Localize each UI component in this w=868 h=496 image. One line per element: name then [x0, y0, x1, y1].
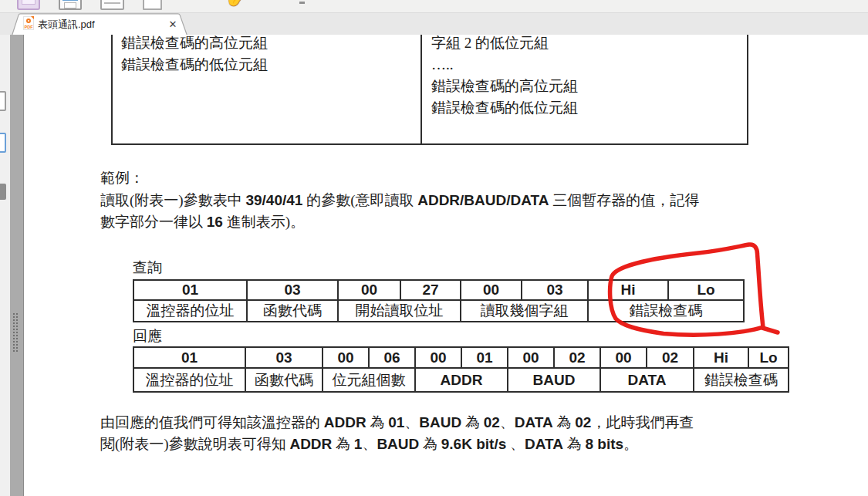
- response-byte: 02: [647, 347, 694, 368]
- query-fields-row: 溫控器的位址 函數代碼 開始讀取位址 讀取幾個字組 錯誤檢查碼: [133, 300, 744, 322]
- query-field: 函數代碼: [247, 300, 338, 322]
- toolbar: ↶ ↷ ✋: [0, 0, 868, 12]
- response-byte: 06: [369, 347, 415, 368]
- query-byte: 01: [133, 280, 247, 300]
- response-byte: 00: [323, 347, 369, 368]
- response-field: ADDR: [415, 368, 508, 392]
- tab-bar: PDF 表頭通訊.pdf ✕: [0, 12, 868, 35]
- tab-close-icon[interactable]: ✕: [164, 13, 181, 35]
- query-label: 查詢: [133, 257, 162, 278]
- panel-splitter[interactable]: [10, 35, 24, 496]
- response-byte: 02: [554, 347, 600, 368]
- byte-format-table: 錯誤檢查碼的高位元組 錯誤檢查碼的低位元組 字組 2 的低位元組 ….. 錯誤檢…: [111, 35, 748, 145]
- response-fields-row: 溫控器的位址 函數代碼 位元組個數 ADDR BAUD DATA 錯誤檢查碼: [133, 368, 789, 392]
- example-paragraph: 讀取(附表一)參數表中 39/40/41 的參數(意即讀取 ADDR/BAUD/…: [100, 190, 699, 233]
- toolbar-partial-item: [299, 2, 305, 4]
- response-field: 溫控器的位址: [133, 368, 245, 392]
- query-byte: Hi: [588, 280, 668, 300]
- query-field: 溫控器的位址: [133, 300, 247, 322]
- table-cell-right: 字組 2 的低位元組 ….. 錯誤檢查碼的高位元組 錯誤檢查碼的低位元組: [431, 35, 578, 119]
- table-cell-left: 錯誤檢查碼的高位元組 錯誤檢查碼的低位元組: [121, 35, 268, 76]
- hand-tool-icon[interactable]: ✋: [222, 0, 247, 7]
- response-field: DATA: [600, 368, 694, 392]
- navigation-panel-strip: [0, 35, 10, 496]
- response-byte: 03: [245, 347, 323, 368]
- query-values-row: 01 03 00 27 00 03 Hi Lo: [133, 280, 744, 300]
- pdf-page: 錯誤檢查碼的高位元組 錯誤檢查碼的低位元組 字組 2 的低位元組 ….. 錯誤檢…: [24, 35, 868, 496]
- print-icon[interactable]: [59, 0, 82, 10]
- redo-icon[interactable]: ↷: [197, 0, 212, 7]
- document-tab[interactable]: PDF 表頭通訊.pdf ✕: [11, 13, 190, 35]
- query-byte: 00: [461, 280, 522, 300]
- tab-title: 表頭通訊.pdf: [38, 13, 95, 35]
- nav-panel-icon-3[interactable]: [0, 184, 6, 200]
- query-frame-table: 01 03 00 27 00 03 Hi Lo 溫控器的位址 函數代碼 開始讀取…: [133, 279, 745, 322]
- query-byte: 03: [247, 280, 338, 300]
- response-byte: 01: [133, 347, 245, 368]
- nav-panel-icon-1[interactable]: [0, 91, 6, 111]
- undo-icon[interactable]: ↶: [170, 0, 185, 7]
- query-field: 讀取幾個字組: [461, 300, 588, 322]
- paragraph-line: 數字部分一律以 16 進制表示)。: [100, 211, 699, 233]
- query-field: 錯誤檢查碼: [588, 300, 744, 322]
- query-byte: 27: [400, 280, 461, 300]
- blank-page-icon[interactable]: [143, 0, 162, 10]
- document-properties-icon[interactable]: [100, 0, 124, 10]
- response-byte: 00: [508, 347, 554, 368]
- splitter-grip-handle[interactable]: [12, 312, 19, 353]
- example-heading: 範例：: [100, 167, 144, 189]
- foxit-pdf-file-icon: PDF: [23, 16, 34, 30]
- response-field: 函數代碼: [245, 368, 323, 392]
- response-label: 回應: [133, 326, 162, 347]
- response-byte: 01: [461, 347, 508, 368]
- paragraph-line: 由回應的值我們可得知該溫控器的 ADDR 為 01、BAUD 為 02、DATA…: [100, 412, 694, 434]
- response-byte: Lo: [748, 347, 789, 368]
- closing-paragraph: 由回應的值我們可得知該溫控器的 ADDR 為 01、BAUD 為 02、DATA…: [100, 412, 694, 455]
- response-byte: 00: [415, 347, 461, 368]
- paragraph-line: 讀取(附表一)參數表中 39/40/41 的參數(意即讀取 ADDR/BAUD/…: [100, 190, 699, 211]
- response-byte: Hi: [694, 347, 748, 368]
- nav-panel-icon-2[interactable]: [0, 133, 6, 153]
- response-field: 位元組個數: [323, 368, 415, 392]
- response-values-row: 01 03 00 06 00 01 00 02 00 02 Hi Lo: [133, 347, 789, 368]
- response-byte: 00: [600, 347, 647, 368]
- paragraph-line: 閱(附表一)參數說明表可得知 ADDR 為 1、BAUD 為 9.6K bit/…: [100, 434, 694, 455]
- query-byte: 00: [338, 280, 400, 300]
- response-field: BAUD: [508, 368, 600, 392]
- foxit-swirl-icon: [26, 19, 31, 23]
- save-icon[interactable]: [17, 0, 40, 10]
- response-field: 錯誤檢查碼: [694, 368, 789, 392]
- query-byte: Lo: [668, 280, 744, 300]
- response-frame-table: 01 03 00 06 00 01 00 02 00 02 Hi Lo 溫控器的…: [133, 346, 789, 393]
- query-field: 開始讀取位址: [338, 300, 461, 322]
- foxit-pdf-window: { "tab": { "title": "表頭通訊.pdf", "close_g…: [0, 0, 868, 496]
- query-byte: 03: [522, 280, 588, 300]
